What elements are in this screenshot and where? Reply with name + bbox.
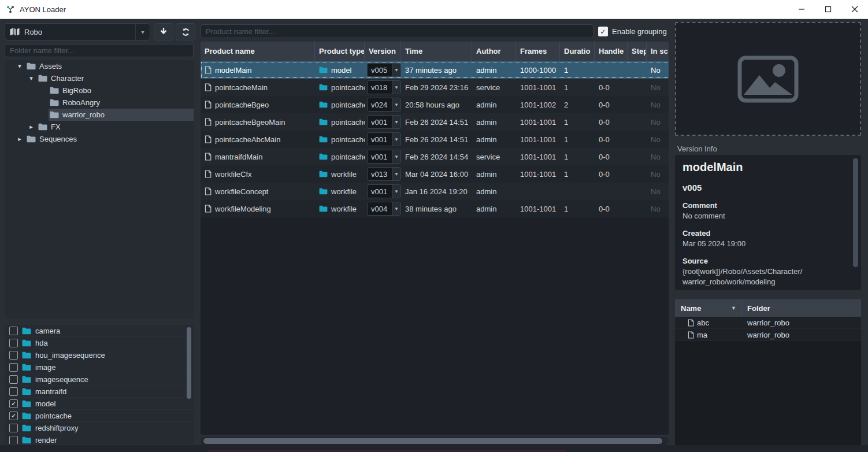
version-select[interactable]: v024 ▼ (367, 98, 401, 112)
chevron-down-icon[interactable]: ▼ (392, 81, 400, 94)
product-filter-input[interactable] (201, 24, 593, 38)
tree-expand-icon[interactable]: ▸ (14, 135, 25, 143)
column-header-name[interactable]: Name ▼ (675, 299, 741, 317)
type-checkbox[interactable] (9, 327, 18, 335)
tree-expand-icon[interactable]: ▾ (25, 75, 37, 82)
author-cell: admin (472, 187, 516, 196)
product-type-filter-item[interactable]: imagesequence (5, 373, 194, 386)
tree-item[interactable]: warrior_robo (5, 109, 194, 121)
product-row[interactable]: mantraifdMain pointcache v001 ▼ Feb 26 2… (201, 148, 669, 165)
product-type-filter-item[interactable]: pointcache (5, 410, 194, 422)
product-type-filter-item[interactable]: redshiftproxy (5, 422, 194, 434)
version-select[interactable]: v001 ▼ (367, 115, 401, 129)
folder-filter-input[interactable] (5, 44, 194, 57)
product-type-filter-item[interactable]: hda (5, 337, 194, 349)
chevron-down-icon[interactable]: ▼ (392, 98, 400, 111)
products-table-header: Product name Product type Version Time A… (201, 42, 669, 61)
column-header-version[interactable]: Version (365, 42, 401, 61)
column-header-folder[interactable]: Folder (741, 304, 770, 313)
column-header-time[interactable]: Time (401, 42, 472, 61)
enable-grouping-checkbox[interactable] (598, 27, 608, 36)
type-checkbox[interactable] (9, 375, 18, 384)
product-row[interactable]: workfileCfx workfile v013 ▼ Mar 04 2024 … (201, 165, 669, 183)
column-header-duration[interactable]: Duratio (560, 42, 595, 61)
product-row[interactable]: pointcacheAbcMain pointcache v001 ▼ Feb … (201, 131, 669, 148)
tree-item[interactable]: ▸ FX (5, 121, 194, 133)
product-type-filter-item[interactable]: mantraifd (5, 386, 194, 398)
product-row[interactable]: workfileConcept workfile v001 ▼ Jan 16 2… (201, 183, 669, 200)
chevron-down-icon[interactable]: ▼ (392, 185, 400, 198)
representation-row[interactable]: abc warrior_robo (675, 317, 861, 329)
product-row[interactable]: pointcacheBgeoMain pointcache v001 ▼ Feb… (201, 113, 669, 131)
column-header-product-name[interactable]: Product name (201, 42, 315, 61)
version-select[interactable]: v004 ▼ (367, 202, 401, 216)
tree-item[interactable]: RoboAngry (5, 97, 194, 109)
folder-icon (22, 436, 31, 444)
project-selector[interactable]: Robo ▾ (5, 23, 150, 40)
tree-expand-icon[interactable]: ▸ (25, 123, 37, 131)
product-type-filter-item[interactable]: image (5, 361, 194, 373)
type-checkbox[interactable] (9, 387, 18, 396)
chevron-down-icon[interactable]: ▾ (135, 24, 150, 40)
time-cell: Feb 26 2024 14:51 (401, 118, 472, 127)
product-type-filter-item[interactable]: model (5, 398, 194, 410)
product-row[interactable]: pointcacheBgeo pointcache v024 ▼ 20:58 h… (201, 96, 669, 113)
folder-icon (22, 327, 31, 335)
filter-list-scrollbar[interactable] (187, 327, 191, 399)
refresh-button[interactable] (176, 23, 195, 40)
column-header-in-scene[interactable]: In sc (647, 42, 669, 61)
column-header-frames[interactable]: Frames (516, 42, 560, 61)
product-type-filter-item[interactable]: render (5, 434, 194, 444)
tree-expand-icon[interactable]: ▾ (14, 62, 25, 70)
maximize-button[interactable] (815, 0, 841, 18)
product-row[interactable]: pointcacheMain pointcache v018 ▼ Feb 29 … (201, 79, 669, 96)
scrollbar-thumb[interactable] (203, 438, 662, 444)
tree-item[interactable]: BigRobo (5, 84, 194, 97)
version-info-scrollbar[interactable] (853, 158, 858, 267)
version-select[interactable]: v001 ▼ (367, 150, 401, 164)
chevron-down-icon[interactable]: ▼ (392, 133, 400, 146)
products-horizontal-scrollbar[interactable] (201, 437, 669, 445)
tree-item[interactable]: ▸ Sequences (5, 133, 194, 145)
product-type-filter-item[interactable]: hou_imagesequence (5, 349, 194, 361)
tree-item[interactable]: ▾ Assets (5, 60, 194, 72)
product-type-filter-item[interactable]: camera (5, 325, 194, 337)
type-checkbox[interactable] (9, 363, 18, 372)
product-row[interactable]: modelMain model v005 ▼ 37 minutes ago ad… (201, 61, 669, 79)
column-header-step[interactable]: Step (628, 42, 647, 61)
column-header-handle[interactable]: Handle (595, 42, 628, 61)
type-checkbox[interactable] (9, 412, 18, 420)
minimize-button[interactable] (788, 0, 815, 18)
representation-name: abc (697, 318, 709, 327)
column-header-author[interactable]: Author (472, 42, 516, 61)
representation-row[interactable]: ma warrior_robo (675, 329, 861, 341)
type-checkbox[interactable] (9, 339, 18, 347)
type-checkbox[interactable] (9, 399, 18, 408)
chevron-down-icon[interactable]: ▼ (392, 202, 400, 215)
type-checkbox[interactable] (9, 424, 18, 432)
column-header-product-type[interactable]: Product type (315, 42, 365, 61)
tree-item[interactable]: ▾ Character (5, 72, 194, 84)
chevron-down-icon[interactable]: ▼ (392, 116, 400, 128)
version-value: v001 (368, 187, 392, 196)
chevron-down-icon[interactable]: ▼ (392, 64, 400, 76)
in-scene-cell: No (647, 205, 669, 213)
chevron-down-icon[interactable]: ▼ (392, 168, 400, 180)
type-checkbox[interactable] (9, 436, 18, 444)
handle-cell: 0-0 (595, 135, 628, 144)
close-button[interactable] (841, 0, 868, 18)
product-row[interactable]: workfileModeling workfile v004 ▼ 38 minu… (201, 200, 669, 217)
handle-cell: 0-0 (595, 118, 628, 127)
enable-grouping[interactable]: Enable grouping (598, 27, 667, 36)
download-button[interactable] (154, 23, 173, 40)
window-bottom-edge (0, 445, 868, 452)
time-cell: Jan 16 2024 19:20 (401, 187, 472, 196)
chevron-down-icon[interactable]: ▼ (392, 150, 400, 163)
version-select[interactable]: v001 ▼ (367, 184, 401, 198)
type-checkbox[interactable] (9, 351, 18, 360)
version-select[interactable]: v013 ▼ (367, 167, 401, 181)
version-select[interactable]: v005 ▼ (367, 63, 401, 77)
version-select[interactable]: v001 ▼ (367, 132, 401, 146)
time-cell: 20:58 hours ago (401, 101, 472, 109)
version-select[interactable]: v018 ▼ (367, 80, 401, 94)
